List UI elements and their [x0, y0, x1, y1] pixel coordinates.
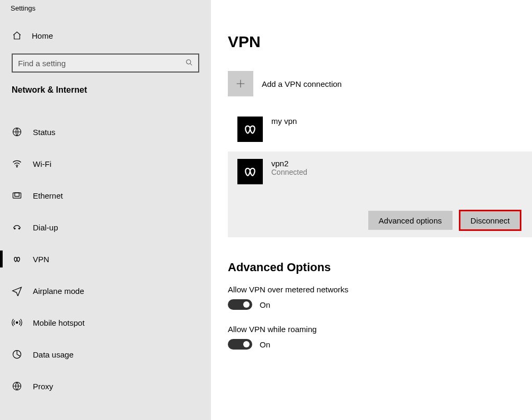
nav-item-ethernet[interactable]: Ethernet — [0, 180, 211, 211]
settings-sidebar: Settings Home Network & Internet — [0, 0, 211, 420]
window-title: Settings — [0, 4, 211, 23]
plus-icon — [228, 71, 253, 96]
disconnect-button[interactable]: Disconnect — [460, 211, 520, 230]
globe-icon — [12, 127, 22, 137]
nav-label: Proxy — [33, 382, 53, 391]
home-icon — [12, 30, 22, 41]
toggle-state: On — [260, 340, 270, 349]
nav-item-status[interactable]: Status — [0, 116, 211, 148]
svg-point-6 — [19, 228, 20, 229]
main-content: VPN Add a VPN connection my vpn — [211, 0, 532, 420]
add-vpn-button[interactable]: Add a VPN connection — [228, 71, 532, 96]
data-usage-icon — [12, 349, 22, 360]
toggle-block-roaming: Allow VPN while roaming On — [228, 325, 532, 350]
svg-point-5 — [14, 228, 15, 229]
nav-label: Wi-Fi — [33, 159, 51, 168]
nav-label: Mobile hotspot — [33, 318, 85, 327]
nav-label: Data usage — [33, 350, 74, 359]
svg-rect-3 — [13, 193, 21, 198]
toggle-block-metered: Allow VPN over metered networks On — [228, 285, 532, 310]
vpn-tile-icon — [237, 159, 263, 184]
vpn-actions: Advanced options Disconnect — [237, 211, 522, 230]
vpn-connection-name: my vpn — [271, 117, 297, 126]
vpn-icon — [12, 254, 22, 264]
toggle-label: Allow VPN over metered networks — [228, 285, 532, 294]
proxy-icon — [12, 381, 22, 391]
svg-rect-4 — [15, 193, 19, 196]
page-title: VPN — [228, 33, 532, 51]
search-container — [12, 53, 199, 73]
vpn-connection-status: Connected — [271, 168, 307, 176]
wifi-icon — [12, 158, 22, 169]
category-heading: Network & Internet — [0, 84, 211, 104]
nav-label: Status — [33, 128, 56, 137]
nav-item-vpn[interactable]: VPN — [0, 243, 211, 275]
toggle-state: On — [260, 300, 270, 309]
nav-label: Airplane mode — [33, 287, 84, 296]
home-label: Home — [32, 31, 53, 40]
nav-label: VPN — [33, 255, 49, 264]
advanced-options-button[interactable]: Advanced options — [368, 211, 453, 230]
nav-item-datausage[interactable]: Data usage — [0, 338, 211, 370]
toggle-label: Allow VPN while roaming — [228, 325, 532, 334]
svg-point-0 — [187, 59, 191, 64]
nav-item-wifi[interactable]: Wi-Fi — [0, 148, 211, 180]
nav-item-airplane[interactable]: Airplane mode — [0, 275, 211, 307]
vpn-connection-item[interactable]: my vpn — [228, 109, 532, 149]
home-nav[interactable]: Home — [0, 23, 211, 48]
nav-label: Ethernet — [33, 191, 63, 200]
svg-point-2 — [16, 166, 17, 167]
search-box[interactable] — [12, 53, 199, 73]
toggle-roaming[interactable] — [228, 339, 252, 350]
search-icon — [185, 59, 193, 68]
vpn-connection-name: vpn2 — [271, 159, 307, 168]
nav-list: Status Wi-Fi Ethernet — [0, 116, 211, 402]
advanced-options-heading: Advanced Options — [228, 261, 532, 274]
vpn-tile-icon — [237, 117, 263, 142]
airplane-icon — [12, 285, 22, 296]
nav-item-hotspot[interactable]: Mobile hotspot — [0, 307, 211, 338]
vpn-connection-item-selected[interactable]: vpn2 Connected Advanced options Disconne… — [228, 151, 532, 237]
nav-label: Dial-up — [33, 223, 58, 232]
search-input[interactable] — [18, 59, 185, 68]
toggle-metered[interactable] — [228, 299, 252, 310]
hotspot-icon — [12, 317, 22, 328]
nav-item-dialup[interactable]: Dial-up — [0, 211, 211, 243]
svg-point-7 — [16, 321, 17, 323]
ethernet-icon — [12, 190, 22, 201]
nav-item-proxy[interactable]: Proxy — [0, 370, 211, 402]
add-vpn-label: Add a VPN connection — [262, 79, 342, 88]
dialup-icon — [12, 222, 22, 233]
